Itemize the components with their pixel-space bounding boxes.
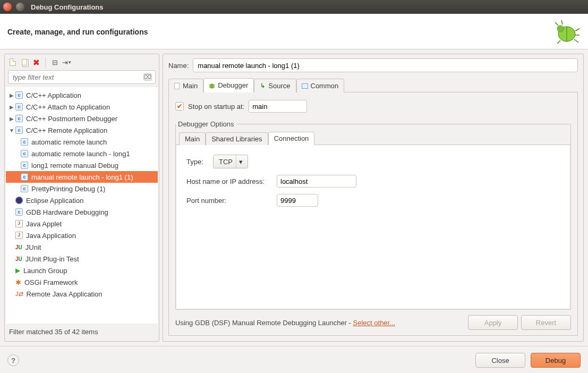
tree-item[interactable]: ▶Java Application (6, 230, 158, 241)
svg-line-6 (575, 29, 580, 31)
port-input[interactable] (277, 194, 318, 207)
name-label: Name: (168, 62, 189, 70)
clear-filter-icon[interactable]: ⌧ (143, 73, 152, 81)
window-close-icon[interactable] (3, 3, 12, 11)
tree-item[interactable]: cautomatic remote launch (6, 136, 158, 148)
debugger-options-legend: Debugger Options (176, 120, 236, 128)
osgi-icon: ✱ (15, 278, 21, 286)
junit-icon: JU (15, 256, 22, 262)
tree-item[interactable]: ▶cC/C++ Postmortem Debugger (6, 113, 158, 124)
tree-expander-icon[interactable]: ▶ (8, 116, 15, 122)
common-icon (301, 82, 309, 90)
subtab-shared-libraries[interactable]: Shared Libraries (206, 132, 268, 145)
cpp-config-icon: c (15, 103, 23, 111)
tree-item-label: JUnit Plug-in Test (25, 255, 79, 263)
tree-expander-icon[interactable]: ▶ (8, 92, 15, 98)
filter-menu-button[interactable]: ⇥▾ (62, 57, 71, 67)
chevron-down-icon: ▾ (236, 155, 245, 168)
tree-item[interactable]: ▶Java Applet (6, 218, 158, 230)
tab-common[interactable]: Common (296, 79, 345, 92)
tree-item[interactable]: ▶✱OSGi Framework (6, 276, 158, 288)
window-minimize-icon[interactable] (16, 3, 24, 11)
tab-main[interactable]: Main (168, 79, 203, 92)
launch-group-icon: ▶ (15, 267, 20, 274)
tree-item-label: automatic remote launch - long1 (31, 150, 130, 158)
eclipse-icon (15, 197, 23, 204)
filter-menu-icon: ⇥ (62, 58, 68, 66)
connection-type-select[interactable]: TCP ▾ (213, 155, 248, 168)
config-tree-panel: ✖ ⊟ ⇥▾ ⌧ ▶cC/C++ Application▶cC/C++ Atta… (4, 54, 159, 342)
remote-java-icon: J⇄ (15, 291, 23, 298)
tab-debugger-label: Debugger (218, 81, 248, 89)
dialog-header: Create, manage, and run configurations (0, 14, 588, 49)
window-titlebar: Debug Configurations (0, 0, 588, 14)
delete-config-button[interactable]: ✖ (31, 57, 41, 67)
tree-item[interactable]: ▶cGDB Hardware Debugging (6, 206, 158, 218)
filter-status: Filter matched 35 of 42 items (5, 324, 159, 341)
cpp-config-icon: c (21, 173, 28, 181)
junit-icon: JU (15, 244, 22, 250)
tree-item[interactable]: ▼cC/C++ Remote Application (6, 124, 158, 136)
tree-item-label: OSGi Framework (24, 278, 78, 286)
stop-on-startup-checkbox[interactable] (175, 102, 184, 111)
help-button[interactable]: ? (7, 354, 19, 366)
tab-source[interactable]: ↳ Source (254, 79, 296, 92)
tree-item-label: Eclipse Application (26, 197, 83, 205)
tree-item[interactable]: ▶cC/C++ Attach to Application (6, 101, 158, 113)
tree-item-label: C/C++ Remote Application (26, 126, 107, 134)
tree-item[interactable]: cmanual remote launch - long1 (1) (6, 171, 158, 183)
host-input[interactable] (277, 175, 356, 188)
tree-item-label: Java Applet (26, 220, 62, 228)
tree-expander-icon[interactable]: ▶ (8, 104, 15, 110)
tab-debugger[interactable]: Debugger (203, 78, 254, 92)
launcher-text: Using GDB (DSF) Manual Remote Debugging … (175, 319, 465, 327)
tree-item[interactable]: cPrettyPrinting Debug (1) (6, 183, 158, 194)
tree-expander-icon[interactable]: ▼ (8, 128, 15, 133)
config-tree[interactable]: ▶cC/C++ Application▶cC/C++ Attach to App… (6, 87, 158, 324)
subtab-connection[interactable]: Connection (268, 132, 315, 145)
connection-panel: Type: TCP ▾ Host name or IP address: Por… (177, 145, 569, 308)
revert-button[interactable]: Revert (521, 315, 571, 330)
java-icon (15, 232, 23, 239)
tree-item[interactable]: ▶JUJUnit Plug-in Test (6, 253, 158, 265)
tree-item-label: GDB Hardware Debugging (26, 208, 108, 216)
subtab-main[interactable]: Main (179, 132, 206, 145)
cpp-config-icon: c (21, 185, 28, 192)
apply-button[interactable]: Apply (468, 315, 518, 330)
filter-text-field[interactable]: ⌧ (8, 70, 156, 84)
svg-line-5 (561, 20, 563, 24)
config-editor-panel: Name: Main Debugger ↳ Source Common (163, 54, 584, 342)
tree-item[interactable]: ▶▶Launch Group (6, 265, 158, 276)
tree-item-label: long1 remote manual Debug (31, 162, 118, 169)
launcher-prefix: Using GDB (DSF) Manual Remote Debugging … (175, 319, 353, 327)
collapse-all-button[interactable]: ⊟ (50, 57, 59, 67)
host-label: Host name or IP address: (186, 177, 271, 185)
tree-item[interactable]: ▶cC/C++ Application (6, 89, 158, 101)
dialog-footer: ? Close Debug (0, 346, 588, 373)
cpp-config-icon: c (21, 138, 28, 146)
main-tabstrip: Main Debugger ↳ Source Common (168, 78, 578, 92)
new-document-icon (10, 58, 16, 66)
duplicate-document-icon (22, 59, 27, 65)
svg-line-4 (555, 22, 558, 26)
tree-item[interactable]: clong1 remote manual Debug (6, 159, 158, 171)
tree-item[interactable]: ▶JUJUnit (6, 241, 158, 253)
tree-item[interactable]: cautomatic remote launch - long1 (6, 148, 158, 159)
duplicate-config-button[interactable] (20, 57, 29, 67)
debug-button[interactable]: Debug (531, 353, 581, 368)
tab-common-label: Common (311, 82, 339, 90)
stop-on-startup-input[interactable] (249, 100, 307, 113)
tree-item[interactable]: ▶Eclipse Application (6, 194, 158, 206)
select-other-link[interactable]: Select other... (353, 319, 396, 327)
debugger-subtabs: Main Shared Libraries Connection (176, 128, 570, 145)
tree-item-label: Java Application (26, 232, 76, 240)
name-input[interactable] (193, 58, 578, 72)
caret-down-icon: ▾ (69, 60, 71, 65)
new-config-button[interactable] (8, 57, 18, 67)
close-button[interactable]: Close (475, 353, 525, 368)
tree-item[interactable]: ▶J⇄Remote Java Application (6, 288, 158, 300)
filter-input[interactable] (12, 73, 143, 82)
tab-main-label: Main (183, 82, 198, 90)
collapse-all-icon: ⊟ (52, 58, 58, 66)
tree-item-label: PrettyPrinting Debug (1) (31, 185, 105, 193)
